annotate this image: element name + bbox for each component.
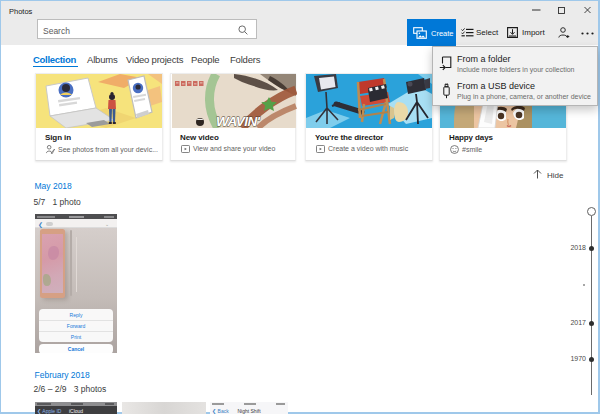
svg-text:WAVIN': WAVIN' [216, 114, 261, 128]
